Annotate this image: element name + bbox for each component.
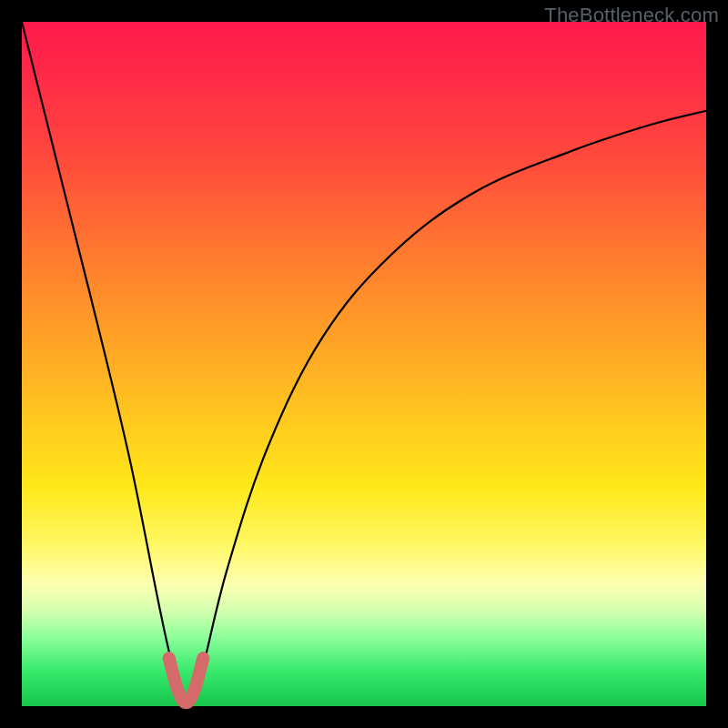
highlight-end-dot: [197, 652, 209, 664]
bottleneck-curve: [22, 22, 706, 707]
bottleneck-curve-path: [22, 22, 706, 707]
highlighted-minimum-path: [169, 658, 204, 703]
highlighted-minimum: [163, 652, 210, 703]
curve-layer: [22, 22, 706, 706]
chart-frame: [22, 22, 706, 706]
highlight-start-dot: [163, 652, 176, 664]
watermark-text: TheBottleneck.com: [544, 4, 719, 27]
